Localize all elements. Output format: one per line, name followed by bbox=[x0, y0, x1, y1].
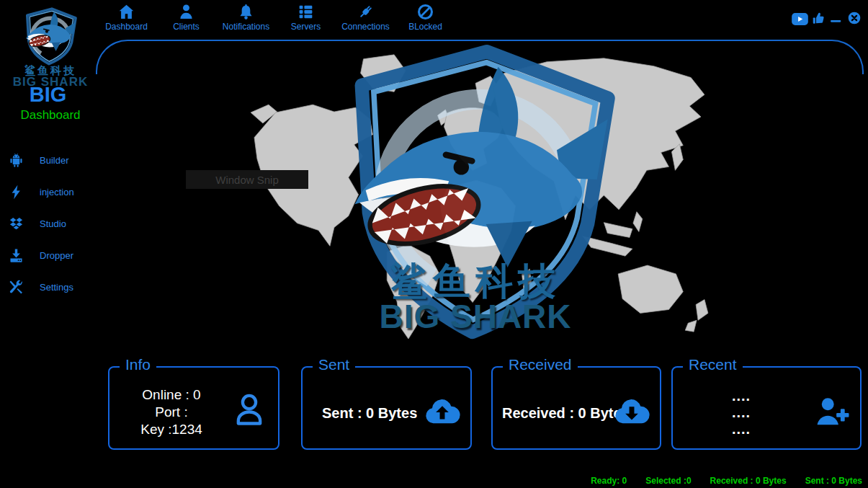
cloud-download-icon bbox=[614, 395, 650, 427]
window-snip-tooltip: Window Snip bbox=[186, 170, 308, 189]
online-count: Online : 0 bbox=[117, 386, 226, 404]
recent-line: .... bbox=[694, 404, 788, 421]
youtube-icon[interactable] bbox=[792, 13, 808, 25]
sidebar-item-label: Studio bbox=[40, 218, 66, 229]
servers-icon bbox=[297, 3, 315, 21]
nav-label: Dashboard bbox=[105, 22, 148, 32]
recent-card: Recent .... .... .... bbox=[671, 366, 862, 450]
recent-card-lines: .... .... .... bbox=[694, 388, 788, 438]
key-value: Key :1234 bbox=[117, 421, 226, 438]
info-card: Info Online : 0 Port : Key :1234 bbox=[108, 366, 279, 450]
app-window: Dashboard Clients Notifications Servers … bbox=[0, 0, 868, 488]
received-value: Received : 0 Bytes bbox=[502, 405, 630, 422]
status-ready: Ready: 0 bbox=[591, 476, 627, 486]
recent-line: .... bbox=[694, 388, 788, 404]
sidebar-item-studio[interactable]: Studio bbox=[0, 208, 101, 239]
nav-label: Servers bbox=[291, 22, 321, 32]
like-icon[interactable] bbox=[812, 12, 826, 25]
android-icon bbox=[8, 152, 24, 169]
user-outline-icon bbox=[231, 391, 268, 428]
recent-line: .... bbox=[694, 421, 788, 438]
received-card-legend: Received bbox=[503, 356, 578, 373]
nav-item-dashboard[interactable]: Dashboard bbox=[97, 3, 156, 32]
sidebar-item-dropper[interactable]: Dropper bbox=[0, 239, 101, 271]
nav-label: BLocked bbox=[408, 22, 442, 32]
minimize-button[interactable] bbox=[829, 12, 844, 25]
sidebar-item-label: Settings bbox=[40, 282, 73, 293]
tools-icon bbox=[8, 279, 24, 296]
user-plus-icon bbox=[814, 395, 850, 427]
brand-logo-icon bbox=[19, 6, 82, 66]
nav-item-blocked[interactable]: BLocked bbox=[395, 3, 455, 32]
brand-short: BIG bbox=[0, 83, 96, 107]
sidebar-item-label: Builder bbox=[40, 155, 68, 166]
status-bar: Ready: 0 Selected :0 Received : 0 Bytes … bbox=[591, 476, 862, 486]
studio-icon bbox=[8, 216, 24, 232]
sidebar-item-injection[interactable]: injection bbox=[0, 176, 101, 208]
blocked-icon bbox=[416, 3, 434, 21]
window-controls bbox=[792, 11, 862, 25]
top-nav: Dashboard Clients Notifications Servers … bbox=[97, 3, 455, 32]
port-value: Port : bbox=[117, 404, 226, 421]
nav-label: Notifications bbox=[223, 22, 269, 32]
received-card: Received Received : 0 Bytes bbox=[491, 366, 661, 450]
home-icon bbox=[117, 3, 135, 21]
nav-item-clients[interactable]: Clients bbox=[156, 3, 216, 32]
cloud-upload-icon bbox=[424, 395, 460, 427]
sidebar: 鲨鱼科技 BIG SHARK BIG Dashboard Builder inj… bbox=[0, 0, 101, 488]
sent-card: Sent Sent : 0 Bytes bbox=[301, 366, 472, 450]
nav-item-servers[interactable]: Servers bbox=[276, 3, 336, 32]
plug-icon bbox=[357, 3, 375, 21]
recent-card-legend: Recent bbox=[683, 356, 743, 373]
nav-label: Clients bbox=[173, 22, 200, 32]
status-selected: Selected :0 bbox=[645, 476, 691, 486]
map-watermark-latin: BIG SHARK bbox=[313, 297, 637, 336]
status-received: Received : 0 Bytes bbox=[710, 476, 787, 486]
status-sent: Sent : 0 Bytes bbox=[805, 476, 862, 486]
sidebar-menu: Builder injection Studio Dropper Setting… bbox=[0, 144, 101, 303]
sidebar-item-settings[interactable]: Settings bbox=[0, 271, 101, 303]
sent-card-legend: Sent bbox=[313, 356, 355, 373]
sidebar-item-builder[interactable]: Builder bbox=[0, 144, 101, 176]
sent-value: Sent : 0 Bytes bbox=[322, 405, 417, 422]
nav-item-notifications[interactable]: Notifications bbox=[216, 3, 276, 32]
info-card-legend: Info bbox=[120, 356, 156, 373]
sidebar-item-label: Dropper bbox=[40, 250, 73, 261]
nav-label: Connections bbox=[341, 22, 390, 32]
clients-icon bbox=[177, 3, 195, 21]
lightning-icon bbox=[8, 184, 24, 200]
bell-icon bbox=[237, 3, 255, 21]
sidebar-item-label: injection bbox=[40, 187, 74, 198]
close-button[interactable] bbox=[847, 11, 862, 25]
current-page-label: Dashboard bbox=[0, 108, 101, 123]
download-icon bbox=[8, 247, 24, 264]
nav-item-connections[interactable]: Connections bbox=[336, 3, 395, 32]
info-card-lines: Online : 0 Port : Key :1234 bbox=[117, 386, 226, 438]
